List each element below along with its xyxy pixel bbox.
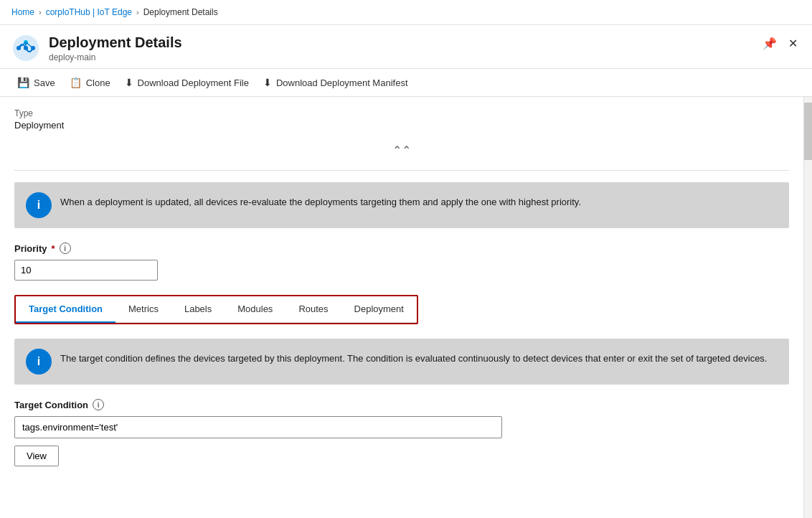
download-manifest-label: Download Deployment Manifest xyxy=(276,77,408,88)
toolbar: 💾 Save 📋 Clone ⬇ Download Deployment Fil… xyxy=(0,69,812,97)
target-info-box: i The target condition defines the devic… xyxy=(14,339,789,385)
panel-header-left: Deployment Details deploy-main xyxy=(11,34,182,62)
tab-metrics[interactable]: Metrics xyxy=(115,296,171,323)
target-info-icon-circle: i xyxy=(26,349,52,375)
pin-icon: 📌 xyxy=(763,37,777,50)
panel-title: Deployment Details deploy-main xyxy=(49,34,182,62)
tab-routes[interactable]: Routes xyxy=(285,296,341,323)
panel-header: Deployment Details deploy-main 📌 ✕ xyxy=(0,25,812,69)
tab-deployment[interactable]: Deployment xyxy=(341,296,417,323)
main-content: Type Deployment ⌃⌃ i When a deployment i… xyxy=(0,97,803,518)
close-icon: ✕ xyxy=(788,37,798,50)
info-icon: i xyxy=(37,199,40,212)
priority-section: Priority * i xyxy=(14,242,789,281)
close-button[interactable]: ✕ xyxy=(785,34,801,53)
update-info-box: i When a deployment is updated, all devi… xyxy=(14,182,789,228)
collapse-button[interactable]: ⌃⌃ xyxy=(387,142,417,159)
breadcrumb-sep-2: › xyxy=(136,8,139,17)
download-manifest-button[interactable]: ⬇ Download Deployment Manifest xyxy=(258,73,414,92)
download-file-icon: ⬇ xyxy=(125,77,133,88)
panel-title-text: Deployment Details xyxy=(49,34,182,51)
type-value: Deployment xyxy=(14,120,789,131)
divider-1 xyxy=(14,170,789,171)
panel-header-right: 📌 ✕ xyxy=(760,34,801,53)
deployment-icon xyxy=(11,34,40,62)
scrollbar[interactable] xyxy=(803,97,812,518)
target-condition-info-icon[interactable]: i xyxy=(93,399,104,410)
target-condition-section: Target Condition i View xyxy=(14,399,789,466)
priority-info-icon[interactable]: i xyxy=(60,242,71,254)
breadcrumb-current: Deployment Details xyxy=(143,7,218,17)
chevron-up-icon: ⌃⌃ xyxy=(392,144,411,156)
view-button[interactable]: View xyxy=(14,446,59,466)
priority-input[interactable] xyxy=(14,260,158,281)
tabs: Target Condition Metrics Labels Modules … xyxy=(16,296,417,323)
content-area: Type Deployment ⌃⌃ i When a deployment i… xyxy=(0,97,812,518)
clone-label: Clone xyxy=(86,77,110,88)
breadcrumb-hub[interactable]: corploTHub | IoT Edge xyxy=(46,7,132,17)
scrollbar-thumb[interactable] xyxy=(804,103,812,160)
download-manifest-icon: ⬇ xyxy=(263,77,272,88)
breadcrumb-home[interactable]: Home xyxy=(11,7,34,17)
tabs-container: Target Condition Metrics Labels Modules … xyxy=(14,295,418,324)
target-info-text: The target condition defines the devices… xyxy=(60,349,767,366)
panel-subtitle: deploy-main xyxy=(49,52,182,62)
tab-target-condition[interactable]: Target Condition xyxy=(16,296,115,323)
tab-modules[interactable]: Modules xyxy=(225,296,285,323)
save-label: Save xyxy=(34,77,55,88)
clone-icon: 📋 xyxy=(70,77,82,88)
target-condition-label-row: Target Condition i xyxy=(14,399,789,410)
save-button[interactable]: 💾 Save xyxy=(11,73,61,92)
breadcrumb: Home › corploTHub | IoT Edge › Deploymen… xyxy=(0,0,812,25)
priority-label-text: Priority xyxy=(14,243,47,254)
type-field: Type Deployment xyxy=(14,108,789,131)
download-file-label: Download Deployment File xyxy=(138,77,249,88)
collapse-row: ⌃⌃ xyxy=(14,142,789,159)
info-icon-circle: i xyxy=(26,192,52,218)
target-info-icon: i xyxy=(37,355,40,368)
pin-button[interactable]: 📌 xyxy=(760,34,780,53)
target-condition-label-text: Target Condition xyxy=(14,400,88,410)
priority-label-row: Priority * i xyxy=(14,242,789,254)
required-star: * xyxy=(52,243,55,254)
download-file-button[interactable]: ⬇ Download Deployment File xyxy=(119,73,255,92)
clone-button[interactable]: 📋 Clone xyxy=(64,73,116,92)
target-condition-input[interactable] xyxy=(14,416,502,438)
update-info-text: When a deployment is updated, all device… xyxy=(60,192,581,209)
type-label: Type xyxy=(14,108,789,118)
breadcrumb-sep-1: › xyxy=(39,8,42,17)
tab-labels[interactable]: Labels xyxy=(171,296,225,323)
save-icon: 💾 xyxy=(17,77,29,88)
